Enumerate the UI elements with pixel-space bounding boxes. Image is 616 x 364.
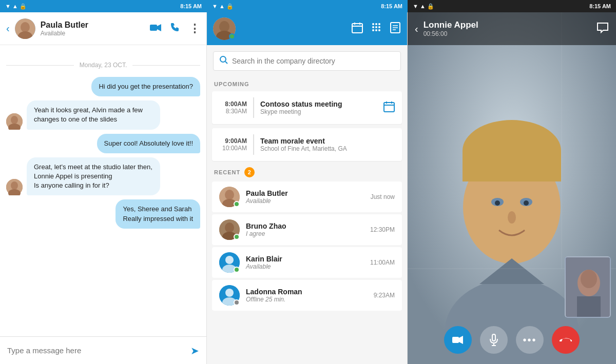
user-status-dot	[229, 33, 235, 39]
svg-rect-33	[384, 103, 394, 112]
end-call-button[interactable]	[552, 326, 580, 354]
caller-info: Lonnie Appel 00:56:00	[424, 20, 591, 37]
message-bubble: Super cool! Absolutely love it!!	[97, 134, 200, 153]
contact-item[interactable]: Paula Butler Available Just now	[212, 181, 402, 212]
recent-section-label: RECENT 2	[207, 163, 407, 179]
user-avatar-container	[213, 17, 236, 40]
svg-point-6	[11, 116, 18, 124]
svg-point-57	[495, 200, 500, 206]
meeting-time-2: 9:00AM 10:00AM	[219, 137, 247, 152]
svg-point-64	[581, 270, 597, 288]
contact-item[interactable]: Bruno Zhao I agree 12:30PM	[212, 214, 402, 245]
video-back-button[interactable]: ‹	[415, 23, 418, 35]
contacts-icon[interactable]	[390, 22, 401, 36]
contact-avatar-wrap	[219, 187, 240, 207]
svg-point-25	[375, 29, 377, 31]
contact-info: Ladonna Roman Offline 25 min.	[246, 288, 368, 303]
mute-button[interactable]	[480, 326, 508, 354]
contact-info: Paula Butler Available	[246, 189, 364, 205]
contact-time: Just now	[371, 193, 395, 200]
meeting-card-2[interactable]: 9:00AM 10:00AM Team morale event School …	[212, 128, 402, 161]
calendar-icon[interactable]	[352, 22, 363, 36]
date-divider: Monday, 23 OCT.	[6, 62, 200, 69]
back-button[interactable]: ‹	[6, 23, 10, 34]
svg-point-20	[378, 23, 380, 25]
pip-video	[565, 256, 611, 318]
meeting-time-1: 8:00AM 8:30AM	[219, 100, 247, 115]
meeting-start-1: 8:00AM	[219, 100, 247, 108]
meeting-title-1: Contoso status meeting	[260, 100, 377, 108]
svg-rect-54	[463, 151, 561, 181]
svg-rect-65	[577, 296, 601, 318]
svg-point-26	[378, 29, 380, 31]
chat-header: ‹ Paula Butler Available	[0, 12, 206, 45]
video-chat-button[interactable]	[596, 21, 609, 36]
chat-contact-info: Paula Butler Available	[41, 21, 150, 37]
voice-call-button[interactable]	[170, 23, 180, 34]
svg-point-18	[372, 23, 374, 25]
contact-status-dot	[234, 234, 240, 240]
status-time-left: 8:15 AM	[180, 3, 202, 9]
svg-point-59	[508, 211, 516, 224]
chat-header-actions: ⋮	[150, 22, 200, 35]
message-input[interactable]	[7, 346, 190, 355]
contact-info: Bruno Zhao I agree	[246, 222, 364, 237]
status-icons-mid: ▼ ▲ 🔒	[212, 3, 234, 10]
caller-name: Lonnie Appel	[424, 20, 591, 30]
meeting-info-2: Team morale event School of Fine Art, Ma…	[260, 137, 395, 152]
contact-time: 9:23AM	[374, 292, 395, 299]
chat-contact-name: Paula Butler	[41, 21, 150, 30]
svg-marker-4	[157, 24, 161, 31]
contact-item[interactable]: Ladonna Roman Offline 25 min. 9:23AM	[212, 280, 402, 311]
svg-point-1	[21, 22, 30, 32]
svg-rect-3	[150, 25, 157, 31]
send-button[interactable]: ➤	[190, 345, 199, 357]
svg-point-24	[372, 29, 374, 31]
meeting-cal-icon-1	[383, 101, 395, 115]
directory-panel: UPCOMING 8:00AM 8:30AM Contoso status me…	[207, 12, 408, 364]
message-row: Super cool! Absolutely love it!!	[6, 134, 200, 153]
svg-line-32	[225, 62, 227, 64]
svg-point-31	[220, 56, 226, 62]
contact-avatar-wrap	[219, 252, 240, 273]
video-call-button[interactable]	[150, 23, 161, 34]
message-row: Yes, Sheree and Sarah Really impressed w…	[6, 199, 200, 228]
status-bar-left: ▼ ▲ 🔒 8:15 AM	[0, 0, 207, 12]
search-bar	[213, 51, 401, 71]
more-options-button[interactable]: ⋮	[189, 22, 200, 35]
meeting-divider	[253, 134, 254, 155]
status-bar-mid: ▼ ▲ 🔒 8:15 AM	[207, 0, 408, 12]
svg-marker-67	[459, 336, 463, 344]
contacts-list: Paula Butler Available Just now Bruno Zh…	[207, 179, 407, 313]
contact-status-dot	[234, 267, 240, 273]
contact-info: Karin Blair Available	[246, 255, 364, 270]
meeting-divider	[253, 97, 254, 118]
chat-panel: ‹ Paula Butler Available	[0, 12, 207, 364]
more-options-button[interactable]: •••	[516, 326, 544, 354]
contact-time: 11:00AM	[370, 259, 395, 266]
contact-sub: Offline 25 min.	[246, 296, 368, 303]
svg-point-9	[11, 181, 18, 190]
video-toggle-button[interactable]	[444, 326, 472, 354]
search-icon	[220, 56, 228, 66]
status-icons-left: ▼ ▲ 🔒	[5, 3, 27, 10]
dialpad-icon[interactable]	[371, 22, 381, 36]
message-bubble: Hi did you get the presentation?	[91, 77, 200, 96]
message-bubble: Yes, Sheree and Sarah Really impressed w…	[116, 199, 200, 228]
svg-point-44	[225, 256, 234, 264]
meeting-title-2: Team morale event	[260, 137, 395, 145]
status-icons-right: ▼ ▲ 🔒	[413, 3, 434, 10]
contact-item[interactable]: Karin Blair Available 11:00AM	[212, 247, 402, 278]
contact-time: 12:30PM	[370, 226, 395, 233]
meeting-end-2: 10:00AM	[219, 145, 247, 152]
directory-search-input[interactable]	[232, 57, 394, 65]
message-bubble: Yeah it looks great, Alvin made a few ch…	[27, 100, 160, 129]
svg-point-23	[378, 26, 380, 28]
message-row: Great, let's meet at the studio later th…	[6, 157, 200, 196]
svg-rect-68	[492, 334, 495, 341]
video-header: ‹ Lonnie Appel 00:56:00	[408, 12, 616, 45]
svg-point-41	[225, 223, 234, 233]
meeting-card-1[interactable]: 8:00AM 8:30AM Contoso status meeting Sky…	[212, 91, 402, 124]
svg-rect-14	[352, 24, 362, 33]
video-panel: ‹ Lonnie Appel 00:56:00	[408, 12, 616, 364]
